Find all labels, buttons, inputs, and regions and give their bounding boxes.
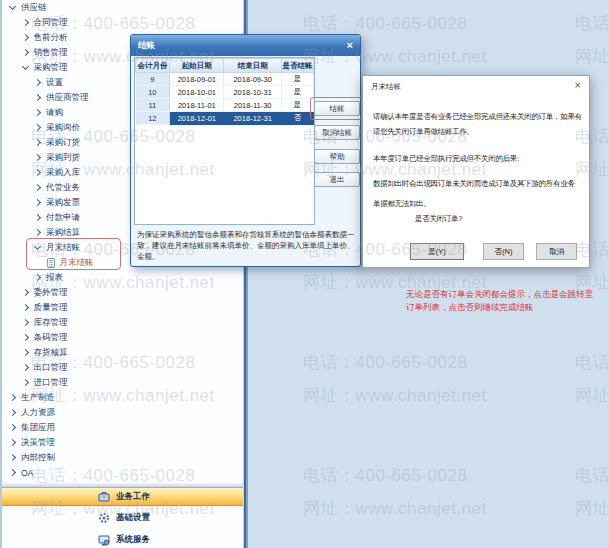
tree-item[interactable]: 人力资源: [2, 405, 243, 420]
bottom-nav-label: 基础设置: [116, 512, 150, 524]
cancel-settle-button[interactable]: 取消结账: [314, 125, 360, 140]
table-cell: 2018-10-01: [170, 86, 224, 99]
table-header-cell[interactable]: 起始日期: [170, 59, 224, 73]
tree-item[interactable]: 集团应用: [2, 420, 243, 435]
table-cell: 是: [281, 73, 313, 86]
tree-item[interactable]: OA: [2, 465, 243, 480]
tree-item[interactable]: 生产制造: [2, 390, 243, 405]
chevron-icon: [21, 364, 28, 371]
yes-button[interactable]: 是(Y): [410, 243, 464, 260]
annotation-line: 订单列表，点击否则继续完成结账: [406, 301, 593, 314]
table-header-cell[interactable]: 结束日期: [224, 59, 281, 73]
tree-item[interactable]: 委外管理: [2, 285, 243, 300]
chevron-icon: [9, 439, 16, 446]
settle-button[interactable]: 结账: [314, 101, 360, 116]
chevron-icon: [9, 394, 16, 401]
tree-item[interactable]: 条码管理: [2, 330, 243, 345]
bottom-nav-label: 业务工作: [116, 491, 150, 503]
chevron-icon: [34, 124, 41, 131]
watermark-text: 电话：400-665-0028: [575, 351, 609, 374]
help-button[interactable]: 帮助: [314, 149, 360, 164]
bottom-nav-business-work[interactable]: 业务工作: [2, 487, 245, 506]
tree-item-label: 存货核算: [34, 347, 68, 359]
confirm-text-line: 单据都无法卸出。: [373, 199, 431, 209]
bottom-nav-system-services[interactable]: 系统服务: [2, 530, 245, 548]
tree-item-label: 售前分析: [34, 32, 68, 44]
tree-item-label: 供应商管理: [46, 92, 89, 104]
table-cell: 2018-09-30: [224, 73, 281, 86]
tree-item-label: 供应链: [21, 2, 47, 14]
confirm-text-line: 本年度订单已经全部执行完成但不关闭的后果:: [373, 154, 519, 164]
table-row[interactable]: 112018-11-012018-11-30是: [136, 99, 314, 112]
watermark-text: 网址：www.chanjet.net: [575, 497, 609, 520]
tree-item-label: 采购询价: [46, 122, 80, 134]
tree-item[interactable]: 决策管理: [2, 435, 243, 450]
bottom-nav-label: 系统服务: [116, 534, 150, 546]
tree-item-label: 库存管理: [34, 317, 68, 329]
chevron-icon: [34, 229, 41, 236]
chevron-icon: [34, 79, 41, 86]
dialog-title: 结账: [138, 40, 155, 52]
table-cell: 否: [281, 112, 313, 125]
cancel-button[interactable]: 取消: [536, 243, 577, 260]
chevron-icon: [21, 304, 28, 311]
tree-item-label: 设置: [46, 77, 63, 89]
tree-item-label: 月末结账: [60, 257, 94, 269]
tree-item[interactable]: 出口管理: [2, 360, 243, 375]
watermark-text: 网址：www.chanjet.net: [303, 497, 487, 520]
settlement-dialog-titlebar[interactable]: 结账 ×: [131, 35, 360, 56]
tree-item[interactable]: 报表: [2, 270, 243, 285]
tree-item-label: 请购: [46, 107, 63, 119]
chevron-icon: [21, 49, 28, 56]
tree-item-label: 采购入库: [46, 167, 80, 179]
tree-item-label: OA: [21, 468, 33, 478]
table-cell: 是: [281, 99, 313, 112]
bottom-nav-basic-settings[interactable]: 基础设置: [2, 508, 245, 528]
chevron-icon: [9, 424, 16, 431]
table-row[interactable]: 92018-09-012018-09-30是: [136, 73, 314, 86]
tree-item-label: 报表: [46, 272, 63, 284]
services-icon: [98, 535, 110, 546]
close-icon[interactable]: ×: [347, 40, 353, 51]
tree-item[interactable]: 合同管理: [2, 15, 243, 30]
table-row[interactable]: 102018-10-012018-10-31是: [136, 86, 314, 99]
briefcase-icon: [98, 491, 110, 502]
settlement-dialog: 结账 × 会计月份起始日期结束日期是否结账 92018-09-012018-09…: [130, 34, 361, 267]
table-header-cell[interactable]: 会计月份: [136, 59, 170, 73]
table-cell: 2018-10-31: [224, 86, 281, 99]
chevron-icon: [9, 454, 16, 461]
chevron-icon: [21, 319, 28, 326]
watermark-text: 电话：400-665-0028: [575, 464, 609, 487]
tree-item-label: 付款申请: [46, 212, 80, 224]
tree-item-label: 质量管理: [34, 302, 68, 314]
tree-item[interactable]: 供应链: [2, 0, 243, 15]
chevron-icon: [9, 3, 16, 10]
table-cell: 2018-12-31: [224, 112, 281, 125]
tree-item-label: 采购到货: [46, 152, 80, 164]
tree-item[interactable]: 库存管理: [2, 315, 243, 330]
table-cell: 2018-11-30: [224, 99, 281, 112]
tree-item-label: 条码管理: [34, 332, 68, 344]
table-cell: 2018-09-01: [170, 73, 224, 86]
chevron-icon: [9, 469, 16, 476]
close-icon[interactable]: ×: [575, 79, 581, 91]
tree-item[interactable]: 质量管理: [2, 300, 243, 315]
confirm-text-line: 请确认本年度是否有业务已经全部完成但还未关闭的订单，如果有: [373, 112, 582, 122]
tree-item-label: 月末结账: [46, 242, 80, 254]
no-button[interactable]: 否(N): [483, 243, 524, 260]
chevron-icon: [21, 379, 28, 386]
table-row[interactable]: 122018-12-012018-12-31否: [136, 112, 314, 125]
annotation-text: 无论是否有订单会关闭都会提示，点击是会跳转至 订单列表，点击否则继续完成结账: [406, 288, 593, 314]
chevron-icon: [21, 19, 28, 26]
tree-item-label: 委外管理: [34, 287, 68, 299]
tree-item-label: 采购发票: [46, 197, 80, 209]
chevron-icon: [21, 349, 28, 356]
tree-item[interactable]: 内部控制: [2, 450, 243, 465]
table-cell: 11: [136, 99, 170, 112]
tree-item[interactable]: 进口管理: [2, 375, 243, 390]
tree-item-label: 合同管理: [34, 17, 68, 29]
table-header-cell[interactable]: 是否结账: [281, 59, 313, 73]
chevron-icon: [34, 214, 41, 221]
exit-button[interactable]: 退出: [314, 172, 360, 187]
tree-item[interactable]: 存货核算: [2, 345, 243, 360]
